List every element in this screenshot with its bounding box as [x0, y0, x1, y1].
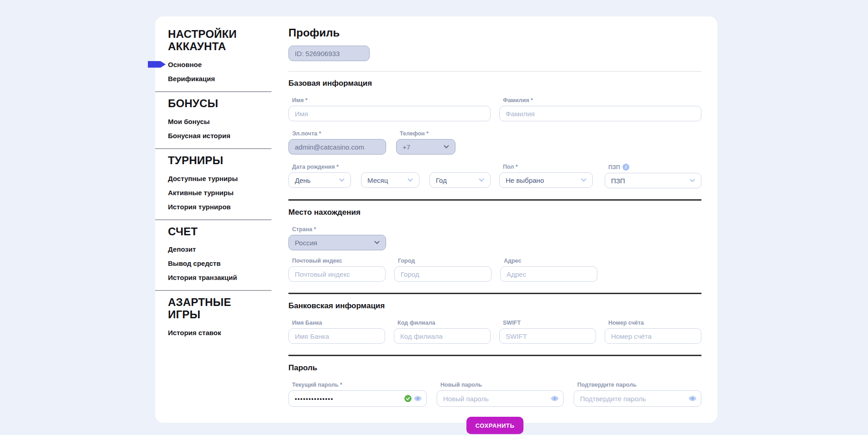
current-password-label: Текущий пароль *	[292, 382, 427, 388]
sidebar-divider	[155, 290, 272, 291]
sidebar-item-my-bonuses[interactable]: Мои бонусы	[155, 114, 272, 129]
city-label: Город	[398, 258, 492, 264]
sidebar-item-tournament-history[interactable]: История турниров	[155, 200, 272, 214]
sidebar-item-label: История транзакций	[168, 274, 237, 281]
sidebar-item-label: Депозит	[168, 245, 196, 253]
location-heading: Место нахождения	[288, 208, 701, 217]
birth-day-value: День	[295, 176, 311, 184]
pzp-field-block: ПЗП i ПЗП	[605, 164, 701, 188]
birth-date-group: Дата рождения * День Месяц	[288, 164, 491, 188]
pzp-select[interactable]: ПЗП	[605, 173, 701, 188]
active-item-arrow-icon	[148, 61, 166, 68]
email-label: Эл.почта *	[292, 130, 386, 137]
eye-icon[interactable]	[551, 396, 559, 401]
sidebar-item-deposit[interactable]: Депозит	[155, 242, 272, 256]
country-field-block: Страна * Россия	[288, 226, 386, 250]
gender-field-block: Пол * Не выбрано	[499, 164, 593, 188]
swift-field-block: SWIFT	[499, 320, 596, 344]
gender-select[interactable]: Не выбрано	[499, 172, 593, 188]
bank-name-field-block: Имя Банка	[288, 320, 385, 344]
sidebar-item-available-tournaments[interactable]: Доступные турниры	[155, 171, 272, 186]
new-password-input[interactable]	[437, 390, 564, 407]
sidebar-item-bonus-history[interactable]: Бонусная история	[155, 129, 272, 143]
phone-code-value: +7	[403, 143, 410, 151]
eye-icon[interactable]	[414, 396, 422, 401]
address-label: Адрес	[504, 258, 597, 264]
first-name-field-block: Имя *	[288, 97, 491, 121]
bank-name-input[interactable]	[288, 328, 385, 344]
sidebar-section-title-bonuses: БОНУСЫ	[168, 98, 252, 110]
save-button[interactable]: СОХРАНИТЬ	[466, 417, 523, 434]
account-number-label: Номер счёта	[608, 320, 701, 326]
sidebar-section-title-account-settings: НАСТРОЙКИ АККАУНТА	[168, 28, 252, 53]
page: НАСТРОЙКИ АККАУНТА Основное Верификация …	[0, 0, 868, 435]
last-name-input[interactable]	[499, 106, 701, 121]
gender-value: Не выбрано	[506, 176, 544, 184]
sidebar-item-label: Вывод средств	[168, 259, 220, 267]
city-field-block: Город	[394, 258, 492, 282]
sidebar-item-label: История ставок	[168, 329, 221, 337]
current-password-field-block: Текущий пароль *	[288, 382, 427, 407]
last-name-field-block: Фамилия *	[499, 97, 701, 121]
swift-label: SWIFT	[503, 320, 596, 326]
sidebar-section-title-account: СЧЕТ	[168, 226, 252, 238]
birth-year-select[interactable]: Год	[429, 172, 491, 188]
chevron-down-icon	[690, 179, 695, 182]
chevron-down-icon	[339, 178, 345, 182]
sidebar-divider	[155, 148, 272, 149]
pzp-value: ПЗП	[611, 177, 625, 185]
sidebar-item-verification[interactable]: Верификация	[155, 72, 272, 86]
branch-code-field-block: Код филиала	[394, 320, 491, 344]
sidebar-divider	[155, 91, 272, 92]
swift-input[interactable]	[499, 328, 596, 344]
phone-label: Телефон *	[400, 130, 455, 137]
confirm-password-input[interactable]	[574, 390, 701, 407]
email-field-block: Эл.почта *	[288, 130, 386, 155]
sidebar-item-active-tournaments[interactable]: Активные турниры	[155, 186, 272, 200]
basic-info-heading: Базовая информация	[288, 79, 701, 88]
header-divider	[288, 71, 701, 72]
account-number-field-block: Номер счёта	[605, 320, 701, 344]
gender-label: Пол *	[503, 164, 593, 170]
sidebar-divider	[155, 219, 272, 220]
sidebar-item-main[interactable]: Основное	[155, 57, 272, 72]
info-icon[interactable]: i	[622, 164, 629, 171]
chevron-down-icon	[444, 145, 449, 149]
first-name-label: Имя *	[292, 97, 491, 104]
branch-code-input[interactable]	[394, 328, 491, 344]
country-select: Россия	[288, 235, 386, 250]
confirm-password-field-block: Подтвердите пароль	[574, 382, 701, 407]
sidebar-item-label: Активные турниры	[168, 189, 234, 197]
page-title: Профиль	[288, 26, 701, 39]
phone-field-block: Телефон * +7	[396, 130, 455, 155]
confirm-password-label: Подтвердите пароль	[577, 382, 701, 388]
sidebar-item-label: Доступные турниры	[168, 175, 238, 182]
profile-form: Профиль Базовая информация Имя * Фамилия…	[288, 16, 701, 423]
eye-icon[interactable]	[689, 396, 696, 401]
postal-input[interactable]	[288, 266, 386, 282]
account-number-input[interactable]	[605, 328, 701, 344]
sidebar-item-label: Верификация	[168, 75, 215, 83]
birth-year-value: Год	[436, 176, 447, 184]
sidebar-item-transaction-history[interactable]: История транзакций	[155, 270, 272, 285]
address-input[interactable]	[500, 266, 597, 282]
pzp-label: ПЗП i	[608, 164, 701, 171]
first-name-input[interactable]	[288, 106, 491, 121]
new-password-field-block: Новый пароль	[437, 382, 564, 407]
sidebar-section-title-tournaments: ТУРНИРЫ	[168, 155, 252, 167]
account-settings-card: НАСТРОЙКИ АККАУНТА Основное Верификация …	[155, 16, 717, 423]
sidebar-item-withdrawal[interactable]: Вывод средств	[155, 256, 272, 270]
city-input[interactable]	[394, 266, 492, 282]
phone-code-select: +7	[396, 139, 455, 155]
birth-day-select[interactable]: День	[288, 172, 351, 188]
bank-name-label: Имя Банка	[292, 320, 385, 326]
birth-month-select[interactable]: Месяц	[361, 172, 419, 188]
section-divider	[288, 355, 701, 356]
password-heading: Пароль	[288, 363, 701, 373]
branch-code-label: Код филиала	[397, 320, 491, 326]
sidebar-item-label: Мои бонусы	[168, 118, 210, 125]
section-divider	[288, 199, 701, 201]
pzp-label-text: ПЗП	[608, 164, 620, 171]
chevron-down-icon	[479, 178, 484, 182]
sidebar-item-bet-history[interactable]: История ставок	[155, 326, 272, 340]
